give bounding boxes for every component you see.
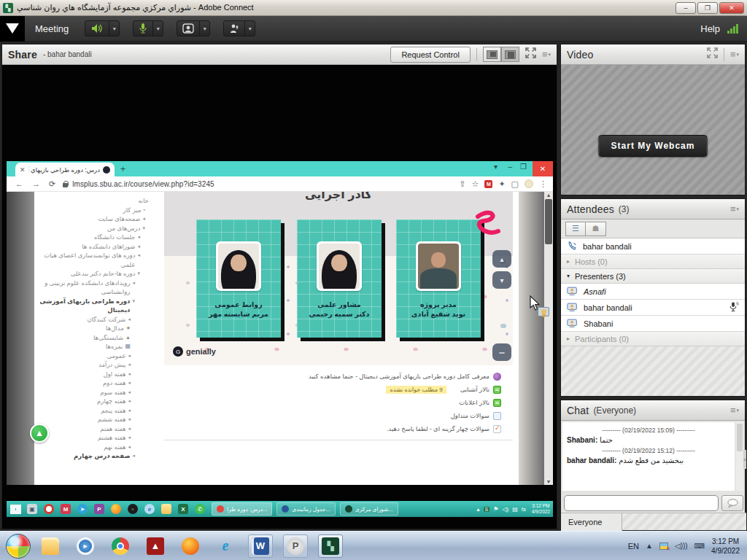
meeting-menu[interactable]: Meeting [35,23,69,34]
sidebar-nav-item[interactable]: صفحه درس چهارم [37,451,151,461]
taskbar-app-button[interactable]: ▲ [143,534,168,558]
speaker-button-group[interactable]: ▾ [85,20,120,36]
tab-groups-icon[interactable]: ▢ [511,179,519,189]
taskbar-app-button[interactable]: P [283,534,308,558]
shared-taskbar-app-icon[interactable]: ➤ [77,504,88,514]
shared-taskbar-app-icon[interactable]: ✆ [195,504,205,514]
tab-close-icon[interactable]: ✕ [20,166,26,174]
scrollbar-thumb[interactable] [545,199,552,244]
video-fullscreen-icon[interactable] [707,47,718,61]
participants-group-header[interactable]: ▸ Participants (0) [561,332,745,346]
sidebar-nav-item[interactable]: مدال‌ها [37,324,151,333]
speaker-icon[interactable] [85,21,109,36]
extension-red-icon[interactable]: M [484,180,492,188]
resource-link[interactable]: تالار اعلانات [158,396,501,409]
shared-taskbar-app-icon[interactable] [161,504,171,514]
sidebar-nav-item[interactable]: درس‌های من [37,224,151,233]
action-center-flag-icon[interactable] [659,542,668,550]
sidebar-nav-item[interactable]: دوره ها-خانم دکتر بندعلی [37,269,151,279]
hosts-group-header[interactable]: ▸ Hosts (0) [561,254,745,269]
start-button[interactable] [6,534,31,559]
language-indicator[interactable]: EN [628,542,639,551]
layout-view-2-button[interactable] [501,47,519,62]
taskbar-app-button[interactable]: W [248,534,273,558]
resource-link[interactable]: سوالات متداول [158,409,501,422]
presenter-row[interactable]: Shabani [561,316,745,332]
minimize-button[interactable]: – [676,2,696,14]
sidebar-nav-item[interactable]: هفته نهم [37,443,151,452]
layout-view-1-button[interactable] [483,47,501,62]
address-bar[interactable]: lmsplus.sbu.ac.ir/course/view.php?id=324… [72,180,214,188]
active-speaker-row[interactable]: bahar bandali [561,238,745,254]
back-to-top-button[interactable]: ▲ [30,424,49,443]
browser-menu-icon[interactable]: ⋮ [539,179,547,189]
presenters-group-header[interactable]: ▾ Presenters (3) [561,269,745,284]
microphone-icon[interactable] [133,21,152,36]
sidebar-nav-item[interactable]: شایستگی‌ها [37,333,151,343]
share-page-icon[interactable]: ⇧ [459,179,465,189]
sidebar-nav-item[interactable]: صفحه‌های سایت [37,214,151,224]
status-dropdown-arrow[interactable]: ▾ [244,21,255,36]
attendee-status-view-button[interactable]: ☗ [586,222,606,236]
sidebar-nav-item[interactable]: هفته چهارم [37,397,151,406]
fullscreen-icon[interactable] [525,47,536,61]
help-menu[interactable]: Help [700,23,720,34]
request-control-button[interactable]: Request Control [390,47,471,63]
video-pod-menu-icon[interactable]: ≡▾ [730,49,739,60]
sidebar-nav-item[interactable]: هفته سوم [37,388,151,397]
tray-caret-icon[interactable]: ▴ [477,506,480,513]
genially-logo[interactable]: G genially [173,346,216,357]
taskbar-app-button[interactable] [108,534,133,558]
sidebar-nav-item[interactable]: هفته پنجم [37,406,151,416]
resource-link[interactable]: معرفی کامل دوره طراحی بازیهای آموزشی دیج… [158,370,501,383]
taskbar-clock[interactable]: 3:12 PM 4/9/2022 [711,537,740,556]
tray-expand-icon[interactable]: ▲ [646,542,653,550]
presenter-row[interactable]: bahar bandali [561,300,745,316]
volume-icon[interactable]: ◁))) [675,542,688,550]
shared-taskbar-app-icon[interactable] [111,504,121,514]
chat-send-button[interactable] [721,495,743,511]
resource-link[interactable]: تالار آشنایی 9 مطلب خوانده نشده [158,383,501,396]
sidebar-nav-item[interactable]: رویدادهای دانشکده علوم تربیتی و روانشناس… [37,279,151,297]
slide-up-button[interactable]: ▴ [492,250,511,268]
taskbar-app-button[interactable]: ▚ [318,534,343,558]
shared-taskbar-app-icon[interactable]: ◦ [128,504,138,514]
taskbar-app-button[interactable] [178,534,203,558]
shared-taskbar-app-icon[interactable]: M [61,504,71,514]
raise-hand-icon[interactable] [224,21,244,36]
slide-down-button[interactable]: ▾ [492,271,511,289]
shared-taskbar-app-icon[interactable]: P [94,504,104,514]
webcam-icon[interactable] [177,21,199,36]
chat-pod-menu-icon[interactable]: ≡▾ [730,405,739,416]
microphone-dropdown-arrow[interactable]: ▾ [152,21,163,36]
everyone-tab[interactable]: Everyone [561,513,622,531]
status-button-group[interactable]: ▾ [223,20,255,36]
resource-link[interactable]: سوالات چهار گزینه ای - لطفا پاسخ دهید. [158,422,501,435]
speaker-dropdown-arrow[interactable]: ▾ [109,21,119,36]
attendee-list-view-button[interactable]: ☰ [565,222,586,236]
back-icon[interactable]: ← [15,179,23,188]
more-options-button[interactable]: ••• [492,343,511,361]
sidebar-nav-item[interactable]: جلسات دانشگاه [37,233,151,242]
browser-scrollbar[interactable]: ▲ ▼ [544,192,553,485]
close-button[interactable]: ✕ [719,2,744,14]
microphone-button-group[interactable]: ▾ [133,20,163,36]
shared-taskbar-window-button[interactable]: درس: دوره طرا... [212,502,272,516]
extensions-icon[interactable]: ✦ [498,179,505,189]
sidebar-nav-item[interactable]: شرکت کنندگان [37,315,151,324]
shared-taskbar-window-button[interactable]: جدول زمانبندی... [276,502,335,516]
sidebar-nav-item[interactable]: عمومی [37,351,151,361]
sidebar-nav-item[interactable]: خانه [37,196,151,206]
shared-start-button[interactable] [10,505,21,514]
sidebar-nav-item[interactable]: شوراهای دانشکده ها [37,242,151,252]
taskbar-app-button[interactable]: e [213,534,238,558]
restore-button[interactable]: ❐ [697,2,718,14]
start-webcam-button[interactable]: Start My Webcam [599,135,708,157]
sidebar-nav-item[interactable]: هفته هفتم [37,424,151,434]
tray-volume-icon[interactable]: ◁) [502,506,508,513]
sidebar-nav-item[interactable]: میز کار [37,206,151,215]
shared-taskbar-app-icon[interactable]: X [178,504,188,514]
sidebar-nav-item[interactable]: هفته دوم [37,378,151,388]
attendees-pod-menu-icon[interactable]: ≡▾ [730,203,739,214]
shared-taskbar-app-icon[interactable] [44,504,54,514]
